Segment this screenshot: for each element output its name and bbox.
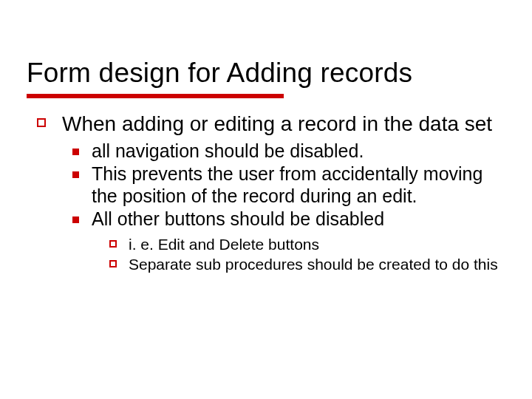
bullet-list-level3: i. e. Edit and Delete buttons Separate s…: [92, 235, 505, 273]
list-item: This prevents the user from accidentally…: [62, 163, 505, 207]
square-open-bullet-icon: [109, 240, 117, 248]
slide-title: Form design for Adding records: [27, 58, 505, 89]
bullet-text: i. e. Edit and Delete buttons: [129, 236, 319, 253]
square-filled-bullet-icon: [72, 149, 79, 155]
list-item: When adding or editing a record in the d…: [31, 112, 505, 273]
bullet-list-level1: When adding or editing a record in the d…: [27, 112, 505, 273]
list-item: all navigation should be disabled.: [62, 140, 505, 163]
list-item: i. e. Edit and Delete buttons: [92, 235, 505, 253]
bullet-text: all navigation should be disabled.: [92, 140, 364, 161]
square-filled-bullet-icon: [72, 216, 79, 223]
slide: Form design for Adding records When addi…: [0, 0, 532, 399]
square-open-bullet-icon: [109, 260, 117, 267]
bullet-text: All other buttons should be disabled: [92, 208, 384, 229]
title-underline: [27, 94, 284, 98]
bullet-text: This prevents the user from accidentally…: [92, 163, 482, 206]
square-open-bullet-icon: [37, 118, 46, 127]
bullet-text: When adding or editing a record in the d…: [62, 112, 492, 135]
list-item: All other buttons should be disabled i. …: [62, 208, 505, 273]
list-item: Separate sub procedures should be create…: [92, 255, 505, 273]
square-filled-bullet-icon: [72, 171, 79, 178]
bullet-list-level2: all navigation should be disabled. This …: [62, 140, 505, 273]
bullet-text: Separate sub procedures should be create…: [129, 256, 498, 273]
